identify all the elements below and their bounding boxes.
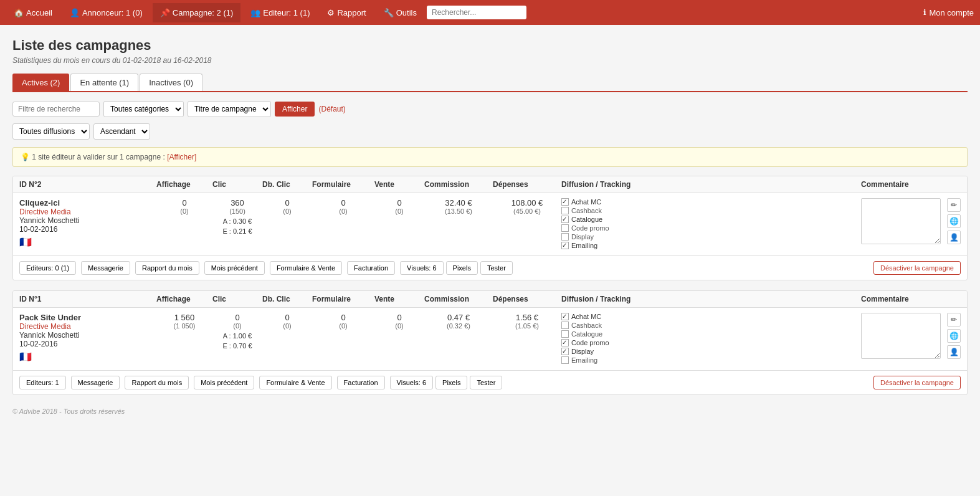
tester-button[interactable]: Tester xyxy=(470,376,502,389)
diffusion-checkbox[interactable] xyxy=(561,242,569,249)
visuels-button[interactable]: Visuels: 6 xyxy=(390,376,434,389)
stat-sub: (0) xyxy=(374,322,424,330)
stat-col-3: 0 (0) xyxy=(312,198,374,215)
filter-diffusion-select[interactable]: Toutes diffusions xyxy=(12,123,90,140)
filter-order-select[interactable]: Ascendant xyxy=(93,123,150,140)
diffusion-checkbox[interactable] xyxy=(561,322,569,329)
comment-textarea[interactable] xyxy=(861,313,941,359)
filter-row-2: Toutes diffusions Ascendant xyxy=(12,123,968,140)
formulaire-vente-button[interactable]: Formulaire & Vente xyxy=(259,376,331,389)
desactiver-button[interactable]: Désactiver la campagne xyxy=(873,261,961,275)
nav-rapport[interactable]: ⚙ Rapport xyxy=(320,3,373,22)
nav-account[interactable]: Mon compte xyxy=(929,8,974,17)
globe-icon[interactable]: 🌐 xyxy=(947,214,961,228)
comment-textarea[interactable] xyxy=(861,198,941,244)
editeurs-button[interactable]: Editeurs: 0 (1) xyxy=(19,261,76,275)
copyright-text: © Advibe 2018 - Tous droits réservés xyxy=(12,408,125,415)
globe-icon[interactable]: 🌐 xyxy=(947,329,961,343)
filter-sort-select[interactable]: Titre de campagne xyxy=(188,101,271,117)
notice-bar: 💡 1 site éditeur à valider sur 1 campagn… xyxy=(12,147,968,167)
diffusion-checkbox[interactable] xyxy=(561,356,569,364)
diffusion-col: Achat MC Cashback Catalogue Code promo D… xyxy=(561,313,861,365)
diffusion-checkbox[interactable] xyxy=(561,207,569,214)
default-label[interactable]: (Défaut) xyxy=(318,105,345,113)
diffusion-label: Achat MC xyxy=(571,198,601,206)
edit-icon[interactable]: ✏ xyxy=(947,313,961,327)
campaign-publisher[interactable]: Directive Media xyxy=(19,322,156,331)
rapport-mois-button[interactable]: Rapport du mois xyxy=(135,261,199,275)
header-col-8: Diffusion / Tracking xyxy=(561,295,861,303)
diffusion-item[interactable]: Code promo xyxy=(561,339,861,346)
pixels-button[interactable]: Pixels xyxy=(435,376,467,389)
messagerie-button[interactable]: Messagerie xyxy=(81,261,130,275)
diffusion-item[interactable]: Cashback xyxy=(561,207,861,214)
mois-precedent-button[interactable]: Mois précédent xyxy=(204,261,265,275)
user-icon[interactable]: 👤 xyxy=(947,231,961,244)
tab-actives[interactable]: Actives (2) xyxy=(12,74,69,91)
nav-rapport-label: Rapport xyxy=(337,8,366,17)
notice-afficher-link[interactable]: [Afficher] xyxy=(167,153,196,161)
user-icon[interactable]: 👤 xyxy=(947,345,961,359)
campaign-card-1: ID N°1AffichageClicDb. ClicFormulaireVen… xyxy=(12,290,968,395)
stat-main: 1.56 € xyxy=(493,313,561,322)
header-col-4: Formulaire xyxy=(312,180,374,189)
diffusion-item[interactable]: Achat MC xyxy=(561,313,861,320)
editeurs-button[interactable]: Editeurs: 1 xyxy=(19,376,66,389)
campaign-footer: Editeurs: 0 (1)MessagerieRapport du mois… xyxy=(13,255,967,280)
diffusion-item[interactable]: Emailing xyxy=(561,242,861,249)
stat-sub: (13.50 €) xyxy=(424,207,493,215)
tab-inactives[interactable]: Inactives (0) xyxy=(140,74,202,91)
diffusion-item[interactable]: Display xyxy=(561,233,861,241)
stat-col-3: 0 (0) xyxy=(312,313,374,330)
stat-sub: (1.05 €) xyxy=(493,322,561,330)
tab-attente[interactable]: En attente (1) xyxy=(70,74,138,91)
diffusion-checkbox[interactable] xyxy=(561,198,569,206)
mois-precedent-button[interactable]: Mois précédent xyxy=(194,376,254,389)
nav-editeur[interactable]: 👥 Editeur: 1 (1) xyxy=(243,3,317,22)
tester-button[interactable]: Tester xyxy=(480,261,513,275)
rapport-mois-button[interactable]: Rapport du mois xyxy=(125,376,189,389)
diffusion-item[interactable]: Display xyxy=(561,348,861,355)
diffusion-item[interactable]: Catalogue xyxy=(561,216,861,223)
stat-col-1: 360 (150)A : 0.30 €E : 0.21 € xyxy=(212,198,262,235)
formulaire-vente-button[interactable]: Formulaire & Vente xyxy=(270,261,342,275)
diffusion-checkbox[interactable] xyxy=(561,339,569,346)
diffusion-label: Display xyxy=(571,348,594,355)
diffusion-checkbox[interactable] xyxy=(561,348,569,355)
stat-sub: (1 050) xyxy=(156,322,212,330)
diffusion-item[interactable]: Emailing xyxy=(561,356,861,364)
action-icons: ✏🌐👤 xyxy=(947,198,961,244)
stat-col-0: 1 560 (1 050) xyxy=(156,313,212,330)
facturation-button[interactable]: Facturation xyxy=(337,376,385,389)
nav-outils[interactable]: 🔧 Outils xyxy=(376,3,424,22)
edit-icon[interactable]: ✏ xyxy=(947,198,961,212)
navbar: 🏠 Accueil 👤 Annonceur: 1 (0) 📌 Campagne:… xyxy=(0,0,980,25)
nav-annonceur[interactable]: 👤 Annonceur: 1 (0) xyxy=(62,3,150,22)
pixels-button[interactable]: Pixels xyxy=(446,261,478,275)
filter-category-select[interactable]: Toutes catégories xyxy=(103,101,184,117)
desactiver-button[interactable]: Désactiver la campagne xyxy=(873,376,961,389)
nav-accueil[interactable]: 🏠 Accueil xyxy=(6,3,60,22)
campaign-info-col: Cliquez-ici Directive Media Yannick Mosc… xyxy=(19,198,156,248)
afficher-button[interactable]: Afficher xyxy=(275,102,315,117)
campaign-manager: Yannick Moschetti xyxy=(19,331,156,340)
diffusion-item[interactable]: Cashback xyxy=(561,322,861,329)
diffusion-checkbox[interactable] xyxy=(561,216,569,223)
nav-search-input[interactable] xyxy=(427,6,526,19)
diffusion-item[interactable]: Achat MC xyxy=(561,198,861,206)
nav-campagne[interactable]: 📌 Campagne: 2 (1) xyxy=(153,3,241,22)
campaign-publisher[interactable]: Directive Media xyxy=(19,207,156,216)
visuels-button[interactable]: Visuels: 6 xyxy=(400,261,444,275)
messagerie-button[interactable]: Messagerie xyxy=(71,376,120,389)
diffusion-label: Emailing xyxy=(571,242,597,249)
stat-sub: (0) xyxy=(156,207,212,215)
facturation-button[interactable]: Facturation xyxy=(347,261,395,275)
filter-search-input[interactable] xyxy=(12,102,100,117)
diffusion-checkbox[interactable] xyxy=(561,313,569,320)
diffusion-item[interactable]: Code promo xyxy=(561,224,861,232)
diffusion-item[interactable]: Catalogue xyxy=(561,330,861,338)
header-col-4: Formulaire xyxy=(312,295,374,303)
diffusion-checkbox[interactable] xyxy=(561,233,569,241)
diffusion-checkbox[interactable] xyxy=(561,224,569,232)
diffusion-checkbox[interactable] xyxy=(561,330,569,338)
